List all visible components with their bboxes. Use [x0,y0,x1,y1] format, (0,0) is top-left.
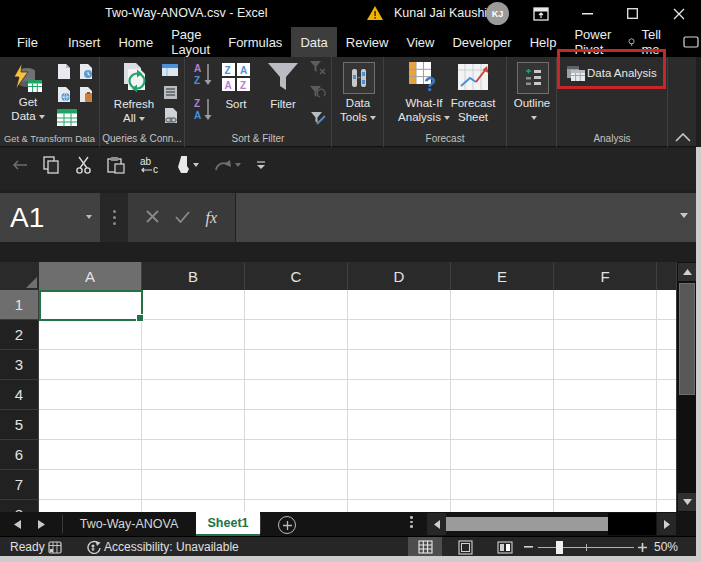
cell[interactable] [39,440,142,470]
zoom-level[interactable]: 50% [654,537,678,557]
cell[interactable] [245,440,348,470]
column-header-f[interactable]: F [554,262,657,290]
zoom-in-button[interactable] [638,537,647,557]
column-header-e[interactable]: E [451,262,554,290]
cell[interactable] [554,440,657,470]
name-box[interactable]: A1 [0,193,100,242]
cell[interactable] [554,380,657,410]
cell[interactable] [245,410,348,440]
existing-connections-icon[interactable] [76,85,94,103]
cell[interactable] [348,290,451,320]
enter-icon[interactable] [175,209,190,227]
cell[interactable] [39,470,142,500]
menu-formulas[interactable]: Formulas [219,27,291,57]
collapse-ribbon-button[interactable] [671,129,695,145]
cell[interactable] [245,380,348,410]
cell[interactable] [554,470,657,500]
cell[interactable] [348,470,451,500]
minimize-button[interactable] [570,0,604,27]
find-replace-button[interactable]: ab c [140,156,160,174]
cell[interactable] [657,500,676,512]
scroll-up-button[interactable] [678,263,696,281]
cell[interactable] [657,440,676,470]
insert-function-button[interactable]: fx [206,209,218,227]
cell[interactable] [348,380,451,410]
advanced-filter-icon[interactable] [307,109,327,127]
row-header[interactable]: 3 [0,350,39,380]
cell[interactable] [451,410,554,440]
macro-record-icon[interactable] [48,537,62,557]
cell[interactable] [657,470,676,500]
cell[interactable] [451,290,554,320]
zoom-out-button[interactable] [524,537,533,557]
cut-button[interactable] [75,156,92,174]
ribbon-display-options-button[interactable] [524,0,558,27]
accessibility-status[interactable]: Accessibility: Unavailable [104,537,239,557]
cell[interactable] [554,290,657,320]
menu-insert[interactable]: Insert [59,27,110,57]
from-web-icon[interactable] [54,85,72,103]
comments-icon[interactable] [674,27,701,57]
cell[interactable] [348,410,451,440]
menu-page-layout[interactable]: Page Layout [162,27,219,57]
avatar[interactable]: KJ [486,2,509,25]
clear-filter-icon[interactable] [307,59,327,77]
previous-sheet-button[interactable] [6,512,28,536]
cell[interactable] [142,440,245,470]
copy-button[interactable] [43,156,60,174]
expand-formula-bar-caret[interactable] [680,213,688,218]
get-data-button[interactable]: Get Data [0,95,56,123]
cell[interactable] [245,290,348,320]
scroll-down-button[interactable] [678,493,696,511]
cell[interactable] [39,380,142,410]
cell[interactable] [142,500,245,512]
row-header[interactable]: 2 [0,320,39,350]
new-sheet-button[interactable] [278,516,296,534]
select-all-corner[interactable] [0,262,40,291]
cell[interactable] [245,320,348,350]
menu-data[interactable]: Data [291,27,336,57]
tab-bar-options-grip[interactable] [410,516,413,528]
selected-cell-a1[interactable] [39,290,143,321]
column-header-d[interactable]: D [348,262,451,290]
column-header-partial[interactable] [657,262,676,290]
from-text-csv-icon[interactable] [54,62,72,80]
touch-mode-button[interactable] [175,156,199,174]
row-header[interactable]: 8 [0,500,39,512]
cell[interactable] [451,320,554,350]
filter-button[interactable]: Filter [261,97,305,111]
queries-connections-icon[interactable] [160,62,180,78]
menu-review[interactable]: Review [337,27,398,57]
cell[interactable] [657,320,676,350]
column-header-c[interactable]: C [245,262,348,290]
cell[interactable] [142,320,245,350]
cell[interactable] [554,500,657,512]
cell[interactable] [657,380,676,410]
name-box-caret[interactable] [86,215,92,219]
cell[interactable] [245,500,348,512]
sort-descending-icon[interactable]: Z A [191,97,215,121]
maximize-button[interactable] [615,0,649,27]
horizontal-scroll-thumb[interactable] [446,517,608,531]
cell[interactable] [348,320,451,350]
scroll-right-button[interactable] [657,513,676,535]
cell[interactable] [554,410,657,440]
cell[interactable] [451,380,554,410]
cell[interactable] [348,350,451,380]
normal-view-button[interactable] [408,537,442,557]
close-button[interactable] [662,0,696,27]
cell[interactable] [39,320,142,350]
cell[interactable] [657,410,676,440]
horizontal-scroll-track[interactable] [608,513,656,535]
menu-developer[interactable]: Developer [443,27,520,57]
edit-links-icon[interactable] [160,106,180,124]
outline-button[interactable]: Outline [507,96,557,124]
cell[interactable] [451,500,554,512]
paste-button[interactable] [107,156,125,174]
cell[interactable] [245,350,348,380]
cell[interactable] [142,470,245,500]
row-header[interactable]: 4 [0,380,39,410]
scroll-left-button[interactable] [427,513,446,535]
cell[interactable] [142,350,245,380]
row-header[interactable]: 5 [0,410,39,440]
